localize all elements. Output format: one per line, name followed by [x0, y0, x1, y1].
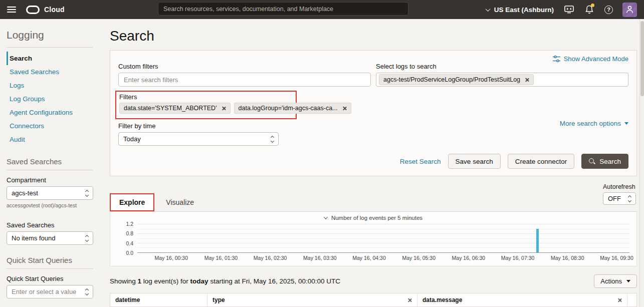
- quick-start-section: Quick Start Queries Quick Start Queries …: [7, 256, 93, 298]
- column-header-expand: [627, 293, 637, 306]
- brand-label: Cloud: [44, 6, 65, 14]
- results-row: Showing 1 log event(s) for today startin…: [110, 274, 637, 288]
- chart-title[interactable]: Number of log events per 5 minutes: [117, 215, 629, 221]
- custom-filters-label: Custom filters: [118, 63, 371, 70]
- tab-explore[interactable]: Explore: [111, 194, 153, 210]
- column-header-data-message[interactable]: data.message: [417, 293, 627, 306]
- chevron-down-icon: [485, 7, 490, 12]
- filter-by-time-label: Filter by time: [118, 122, 371, 130]
- oracle-o-icon: [26, 6, 40, 14]
- user-avatar[interactable]: [622, 3, 637, 17]
- topbar: Cloud US East (Ashburn) ?: [0, 0, 644, 19]
- global-search-input[interactable]: [158, 2, 408, 16]
- column-header-datetime[interactable]: datetime: [110, 293, 207, 306]
- table-header-row: datetime type data.message: [110, 293, 636, 307]
- sidebar-item-connectors[interactable]: Connectors: [7, 119, 93, 133]
- search-button[interactable]: Search: [581, 154, 628, 169]
- filter-actions: Reset Search Save search Create connecto…: [118, 154, 628, 169]
- oracle-cloud-logo[interactable]: Cloud: [26, 6, 65, 14]
- tabs-row: Explore Visualize Autorefresh OFF: [110, 193, 637, 211]
- autorefresh-select[interactable]: OFF: [603, 192, 636, 205]
- save-search-button[interactable]: Save search: [448, 154, 501, 169]
- time-range-select[interactable]: Today: [118, 132, 279, 146]
- scrollbar-thumb[interactable]: [640, 21, 644, 96]
- autorefresh-label: Autorefresh: [603, 183, 636, 190]
- region-label: US East (Ashburn): [494, 6, 554, 14]
- hamburger-menu-icon[interactable]: [7, 7, 16, 13]
- chart-y-axis: 1.2 0.8 0.4 0.0: [117, 224, 137, 253]
- reset-search-link[interactable]: Reset Search: [400, 158, 441, 165]
- sidebar-item-search[interactable]: Search: [7, 52, 93, 65]
- sidebar-item-audit[interactable]: Audit: [7, 133, 93, 146]
- sidebar: Logging Search Saved Searches Logs Log G…: [0, 19, 100, 307]
- notification-badge: [591, 4, 594, 7]
- notifications-bell-icon[interactable]: [584, 5, 595, 15]
- quick-start-label: Quick Start Queries: [7, 275, 93, 282]
- column-header-type[interactable]: type: [207, 293, 417, 306]
- compartment-select[interactable]: agcs-test: [7, 186, 93, 200]
- filter-chip[interactable]: data.logGroup='idm-agcs-caas-ca...: [234, 103, 351, 114]
- show-advanced-mode-link[interactable]: Show Advanced Mode: [553, 55, 628, 63]
- explore-tab-annotation-box: Explore: [110, 193, 154, 211]
- divider: [7, 170, 93, 170]
- caret-down-icon: [626, 280, 630, 282]
- divider: [7, 268, 93, 269]
- stepper-icon: [628, 196, 631, 202]
- chart-plot-area[interactable]: [137, 224, 629, 253]
- search-filter-panel: Show Advanced Mode Custom filters Filter…: [110, 50, 637, 176]
- remove-chip-icon[interactable]: [222, 106, 226, 111]
- scrollbar[interactable]: [639, 19, 644, 307]
- global-search: [158, 2, 408, 16]
- select-logs-input[interactable]: agcs-test/ProdServiceLogGroup/ProdTestSu…: [376, 73, 628, 87]
- help-icon[interactable]: ?: [604, 6, 613, 14]
- stepper-icon: [86, 190, 88, 196]
- sidebar-item-logs[interactable]: Logs: [7, 79, 93, 92]
- log-results-table: datetime type data.message May 16, 2025,…: [110, 293, 637, 307]
- tab-visualize[interactable]: Visualize: [157, 194, 202, 211]
- saved-searches-section: Saved Searches Compartment agcs-test acc…: [7, 157, 93, 245]
- chart-x-axis: May 16, 00:30 May 16, 01:30 May 16, 02:3…: [137, 255, 629, 263]
- sidebar-nav: Search Saved Searches Logs Log Groups Ag…: [7, 52, 93, 146]
- stepper-icon: [86, 289, 88, 295]
- saved-searches-select[interactable]: No items found: [7, 231, 93, 245]
- chevron-down-icon: [324, 215, 328, 219]
- log-events-chart: Number of log events per 5 minutes 1.2 0…: [110, 211, 637, 266]
- remove-chip-icon[interactable]: [525, 78, 529, 82]
- autorefresh-control: Autorefresh OFF: [603, 183, 636, 205]
- caret-down-icon: [624, 122, 628, 125]
- results-summary: Showing 1 log event(s) for today startin…: [110, 277, 340, 285]
- filters-label: Filters: [119, 93, 292, 101]
- region-selector[interactable]: US East (Ashburn): [486, 6, 554, 14]
- filter-right-column: Select logs to search agcs-test/ProdServ…: [376, 63, 628, 146]
- stepper-icon: [271, 136, 274, 142]
- remove-chip-icon[interactable]: [342, 106, 347, 111]
- sidebar-item-agent-configurations[interactable]: Agent Configurations: [7, 106, 93, 119]
- remove-column-icon[interactable]: [407, 298, 412, 302]
- quick-start-select[interactable]: Enter or select a value: [7, 285, 93, 298]
- magnifier-icon: [589, 158, 595, 165]
- cloud-shell-icon[interactable]: [563, 5, 574, 15]
- sidebar-title: Logging: [7, 29, 93, 41]
- more-search-options-link[interactable]: More search options: [376, 120, 628, 127]
- custom-filters-input[interactable]: [118, 73, 371, 87]
- actions-button[interactable]: Actions: [594, 274, 637, 288]
- sidebar-item-saved-searches[interactable]: Saved Searches: [7, 65, 93, 79]
- chart-bar[interactable]: [536, 229, 539, 252]
- create-connector-button[interactable]: Create connector: [508, 154, 575, 169]
- select-logs-label: Select logs to search: [376, 63, 628, 70]
- filters-annotation-box: Filters data.state='SYSTEM_ABORTED' data…: [115, 91, 297, 119]
- filter-left-column: Custom filters Filters data.state='SYSTE…: [118, 63, 371, 146]
- selected-log-chip[interactable]: agcs-test/ProdServiceLogGroup/ProdTestSu…: [379, 74, 534, 85]
- sliders-icon: [553, 56, 560, 62]
- sidebar-item-log-groups[interactable]: Log Groups: [7, 92, 93, 106]
- filter-chip[interactable]: data.state='SYSTEM_ABORTED': [119, 103, 231, 114]
- filter-chips: data.state='SYSTEM_ABORTED' data.logGrou…: [119, 103, 292, 114]
- main-content: Search Show Advanced Mode Custom filters…: [100, 19, 644, 307]
- topbar-right: US East (Ashburn) ?: [486, 3, 637, 17]
- stepper-icon: [86, 235, 88, 241]
- saved-searches-section-title: Saved Searches: [7, 157, 93, 166]
- remove-column-icon[interactable]: [617, 298, 622, 302]
- saved-searches-label: Saved Searches: [7, 221, 93, 229]
- divider: [7, 47, 93, 48]
- compartment-label: Compartment: [7, 176, 93, 184]
